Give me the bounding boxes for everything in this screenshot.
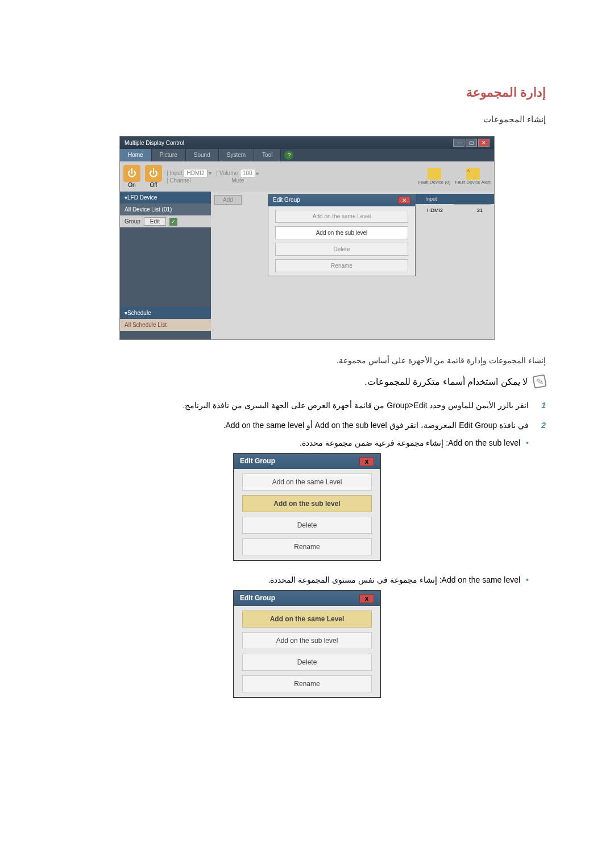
- input-label: | Input: [167, 170, 182, 176]
- mute-button[interactable]: Mute: [231, 177, 244, 184]
- bullet-icon: •: [526, 575, 529, 584]
- bullet-same-level: • Add on the same level: إنشاء مجموعة في…: [68, 575, 529, 584]
- tab-bar: Home Picture Sound System Tool ?: [120, 149, 494, 161]
- note-text: لا يمكن استخدام أسماء متكررة للمجموعات.: [364, 376, 528, 387]
- dialog-same-level: Edit Group x Add on the same Level Add o…: [233, 590, 381, 698]
- dialog-delete[interactable]: Delete: [242, 517, 372, 534]
- input-select[interactable]: HDMI2: [184, 169, 207, 177]
- window-buttons: – ▢ ✕: [453, 139, 489, 147]
- minimize-icon[interactable]: –: [453, 139, 464, 147]
- dialog-sub-level: Edit Group x Add on the same Level Add o…: [233, 453, 381, 561]
- help-icon[interactable]: ?: [284, 151, 293, 160]
- channel-label: | Channel: [167, 177, 211, 184]
- page-title: إدارة المجموعة: [68, 85, 546, 100]
- fault-icon: [428, 168, 441, 180]
- dialog-close-icon[interactable]: x: [359, 594, 374, 603]
- popup-delete[interactable]: Delete: [275, 243, 408, 256]
- sidebar-all-schedule[interactable]: All Schedule List: [120, 319, 211, 331]
- dialog-rename[interactable]: Rename: [242, 538, 372, 555]
- alert-icon: ⚠: [466, 168, 480, 180]
- sidebar-all-devices[interactable]: All Device List (01): [120, 203, 211, 215]
- sidebar-group-row: Group Edit ✓: [120, 215, 211, 227]
- volume-value[interactable]: 100: [240, 169, 255, 177]
- dialog-add-same-level[interactable]: Add on the same Level: [242, 474, 372, 491]
- popup-header: Edit Group ✕: [268, 194, 415, 206]
- on-label: On: [128, 182, 135, 188]
- group-label: Group: [125, 218, 140, 225]
- tab-tool[interactable]: Tool: [254, 149, 281, 161]
- add-button[interactable]: Add: [214, 195, 242, 205]
- step-text: في نافذة Edit Group المعروضة، انقر فوق A…: [223, 419, 529, 431]
- dialog-add-sub-level[interactable]: Add on the sub level: [242, 495, 372, 512]
- power-on-icon[interactable]: ⏻: [123, 165, 140, 182]
- power-off-icon[interactable]: ⏻: [145, 165, 162, 182]
- step-text: انقر بالزر الأيمن للماوس وحدد Group>Edit…: [183, 399, 529, 412]
- bullet-text: Add on the sub level: إنشاء مجموعة فرعية…: [300, 438, 520, 447]
- step-number: 2: [536, 419, 546, 431]
- tab-sound[interactable]: Sound: [186, 149, 219, 161]
- volume-label: | Volume: [216, 170, 238, 176]
- dialog-rename[interactable]: Rename: [242, 675, 372, 692]
- tab-home[interactable]: Home: [120, 149, 152, 161]
- check-icon[interactable]: ✓: [169, 218, 177, 226]
- tab-picture[interactable]: Picture: [152, 149, 186, 161]
- dialog-header: Edit Group x: [234, 591, 380, 606]
- app-screenshot: Multiple Display Control – ▢ ✕ Home Pict…: [119, 136, 495, 340]
- step-number: 1: [536, 399, 546, 412]
- dialog-header: Edit Group x: [234, 454, 380, 469]
- bullet-icon: •: [526, 438, 529, 447]
- step-2: 2 في نافذة Edit Group المعروضة، انقر فوق…: [68, 419, 546, 431]
- close-icon[interactable]: ✕: [478, 139, 489, 147]
- tab-system[interactable]: System: [219, 149, 254, 161]
- note: ✎ لا يمكن استخدام أسماء متكررة للمجموعات…: [68, 375, 546, 388]
- edit-group-popup: Edit Group ✕ Add on the same Level Add o…: [268, 194, 416, 276]
- popup-close-icon[interactable]: ✕: [398, 197, 410, 204]
- sidebar-schedule-header[interactable]: ▾ Schedule: [120, 307, 211, 319]
- fault-alert[interactable]: ⚠Fault Device Alert: [455, 168, 491, 185]
- dialog-close-icon[interactable]: x: [359, 457, 374, 466]
- dialog-delete[interactable]: Delete: [242, 654, 372, 671]
- window-title: Multiple Display Control: [125, 140, 184, 146]
- bullet-sub-level: • Add on the sub level: إنشاء مجموعة فرع…: [68, 438, 529, 447]
- popup-add-same-level[interactable]: Add on the same Level: [275, 210, 408, 223]
- subtitle: إنشاء المجموعات: [68, 114, 546, 124]
- off-label: Off: [150, 182, 157, 188]
- note-icon: ✎: [532, 375, 546, 389]
- step-1: 1 انقر بالزر الأيمن للماوس وحدد Group>Ed…: [68, 399, 546, 412]
- sidebar: ▾ LFD Device All Device List (01) Group …: [120, 192, 211, 339]
- maximize-icon[interactable]: ▢: [466, 139, 477, 147]
- popup-add-sub-level[interactable]: Add on the sub level: [275, 226, 408, 239]
- sidebar-lfd-header[interactable]: ▾ LFD Device: [120, 192, 211, 203]
- main-panel: Add Refresh ower Input HDMI2 21 Edit Gro…: [211, 192, 494, 339]
- titlebar: Multiple Display Control – ▢ ✕: [120, 136, 494, 149]
- description: إنشاء المجموعات وإدارة قائمة من الأجهزة …: [68, 354, 546, 367]
- bullet-text: Add on the same level: إنشاء مجموعة في ن…: [268, 575, 521, 584]
- edit-button[interactable]: Edit: [144, 217, 166, 226]
- dialog-add-sub-level[interactable]: Add on the sub level: [242, 632, 372, 649]
- fault-device[interactable]: Fault Device (0): [418, 168, 450, 185]
- dialog-add-same-level[interactable]: Add on the same Level: [242, 610, 372, 628]
- toolbar: ⏻ On ⏻ Off | Input HDMI2 ▾ | Channel | V…: [120, 161, 494, 192]
- popup-rename[interactable]: Rename: [275, 259, 408, 272]
